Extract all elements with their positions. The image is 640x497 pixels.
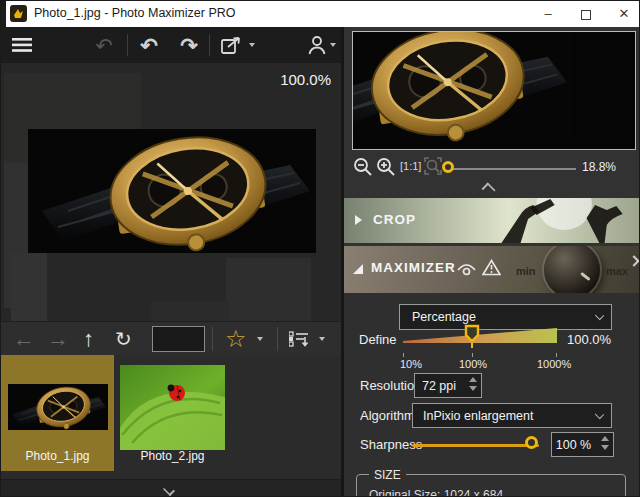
right-panel: [1:1] 18.8% CROP MAXIMIZER <box>341 27 640 497</box>
rating-button[interactable]: ☆ <box>225 322 247 356</box>
chevron-down-icon <box>595 311 604 320</box>
zoom-in-button[interactable] <box>376 157 396 177</box>
maximizer-section-title: MAXIMIZER <box>371 260 456 275</box>
image-canvas[interactable]: 100.0% <box>1 63 341 321</box>
define-label: Define <box>359 332 397 347</box>
tick-mark <box>556 353 557 357</box>
arrow-right-icon: → <box>47 326 69 352</box>
define-slider[interactable] <box>402 324 558 352</box>
zoom-in-icon <box>376 157 396 177</box>
tick-mark <box>472 353 473 357</box>
maximize-button[interactable] <box>566 1 606 27</box>
app-icon <box>10 5 27 22</box>
thumbnail-photo-1[interactable]: Photo_1.jpg <box>1 355 114 471</box>
sort-dropdown[interactable] <box>319 322 325 356</box>
arrow-left-icon: ← <box>13 326 35 352</box>
sort-list-icon <box>289 331 309 348</box>
filmstrip-collapse-bar[interactable] <box>1 479 341 497</box>
spinner-arrows[interactable] <box>601 436 609 450</box>
tick-label-100: 100% <box>459 358 487 370</box>
zoom-preview[interactable] <box>352 31 636 150</box>
sort-button[interactable] <box>289 322 309 356</box>
knob-pointer <box>580 272 590 281</box>
person-icon <box>307 35 327 55</box>
spin-up-icon <box>469 377 477 382</box>
chevron-up-icon[interactable] <box>481 182 495 196</box>
filmstrip: Photo_1.jpg Photo_2.jpg <box>1 355 341 479</box>
toolbar-divider <box>277 327 278 351</box>
thumbnail-photo-2[interactable]: Photo_2.jpg <box>114 355 234 471</box>
sharpness-slider-handle[interactable] <box>525 436 538 449</box>
next-photo-button[interactable]: → <box>47 322 69 356</box>
spin-down-icon <box>469 386 477 391</box>
sharpness-spinner[interactable]: 100 % <box>551 432 614 457</box>
close-button[interactable]: ✕ <box>604 1 640 27</box>
revert-button[interactable]: ↶ <box>91 27 117 63</box>
rating-dropdown[interactable] <box>257 322 263 356</box>
section-crop[interactable]: CROP <box>344 198 640 243</box>
knob-graphic <box>544 246 600 293</box>
zoom-slider-track[interactable] <box>444 168 576 170</box>
prev-photo-button[interactable]: ← <box>13 322 35 356</box>
hamburger-icon <box>12 38 32 52</box>
minimize-button[interactable]: – <box>528 1 568 27</box>
share-dropdown-caret <box>249 43 255 47</box>
max-label: max <box>606 265 628 277</box>
sharpness-value: 100 % <box>552 433 595 456</box>
actual-size-button[interactable]: [1:1] <box>400 160 421 172</box>
photo-2-thumbnail-image <box>120 365 225 450</box>
min-label: min <box>516 265 536 277</box>
toolbar-divider <box>209 34 210 56</box>
spin-down-icon <box>601 445 609 450</box>
preview-eye-icon[interactable] <box>457 263 476 276</box>
account-button[interactable] <box>301 27 341 63</box>
one-to-one-icon: [1:1] <box>400 160 421 172</box>
refresh-button[interactable]: ↻ <box>115 322 132 356</box>
toolbar-divider <box>212 327 213 351</box>
fit-selection-button[interactable] <box>424 157 442 175</box>
titlebar: Photo_1.jpg - Photo Maximizer PRO – ✕ <box>1 1 640 27</box>
chevron-down-icon <box>163 484 175 496</box>
algorithm-dropdown[interactable]: InPixio enlargement <box>412 403 612 428</box>
main-toolbar: ↶ ↶ ↷ <box>1 27 341 63</box>
tick-label-1000: 1000% <box>537 358 571 370</box>
resolution-spinner[interactable]: 72 ppi <box>414 373 482 398</box>
revert-icon: ↶ <box>95 35 113 56</box>
canvas-background-patch <box>151 301 229 321</box>
rotate-icon: ↻ <box>115 327 132 351</box>
algorithm-label: Algorithm <box>360 408 415 423</box>
filmstrip-preview-box[interactable] <box>152 326 205 352</box>
photo-main-view[interactable] <box>28 129 316 253</box>
photo-1-filename: Photo_1.jpg <box>1 449 114 463</box>
sort-caret-icon <box>319 337 325 341</box>
undo-button[interactable]: ↶ <box>136 27 162 63</box>
folder-up-button[interactable]: ↑ <box>83 322 94 356</box>
fit-magnifier-icon <box>424 157 442 175</box>
menu-button[interactable] <box>9 27 35 63</box>
rating-caret-icon <box>257 337 263 341</box>
photo-2-filename: Photo_2.jpg <box>116 449 229 463</box>
left-panel: ↶ ↶ ↷ <box>1 27 341 497</box>
star-icon: ☆ <box>225 327 247 351</box>
zoom-controls: [1:1] 18.8% <box>344 153 640 183</box>
redo-button[interactable]: ↷ <box>176 27 202 63</box>
app-window: Photo_1.jpg - Photo Maximizer PRO – ✕ ↶ … <box>0 0 640 497</box>
zoom-value: 18.8% <box>582 160 616 174</box>
zoom-slider-handle[interactable] <box>442 161 454 173</box>
zoom-out-button[interactable] <box>353 157 373 177</box>
share-button[interactable] <box>217 27 259 63</box>
expanded-triangle-icon <box>353 264 363 274</box>
section-maximizer[interactable]: MAXIMIZER min max <box>344 246 640 293</box>
crop-section-title: CROP <box>373 212 416 227</box>
browser-toolbar: ← → ↑ ↻ ☆ <box>1 321 341 355</box>
toolbar-divider <box>127 34 128 56</box>
size-section: SIZE Original Size: 1024 x 684 <box>356 474 626 497</box>
spin-up-icon <box>601 436 609 441</box>
canvas-zoom-level: 100.0% <box>280 71 331 88</box>
warning-icon[interactable] <box>482 259 501 276</box>
tick-label-10: 10% <box>400 358 422 370</box>
sharpness-slider-track[interactable] <box>412 444 539 447</box>
share-icon <box>221 35 245 55</box>
photo-1-thumbnail-image <box>8 384 108 430</box>
spinner-arrows[interactable] <box>469 377 477 391</box>
